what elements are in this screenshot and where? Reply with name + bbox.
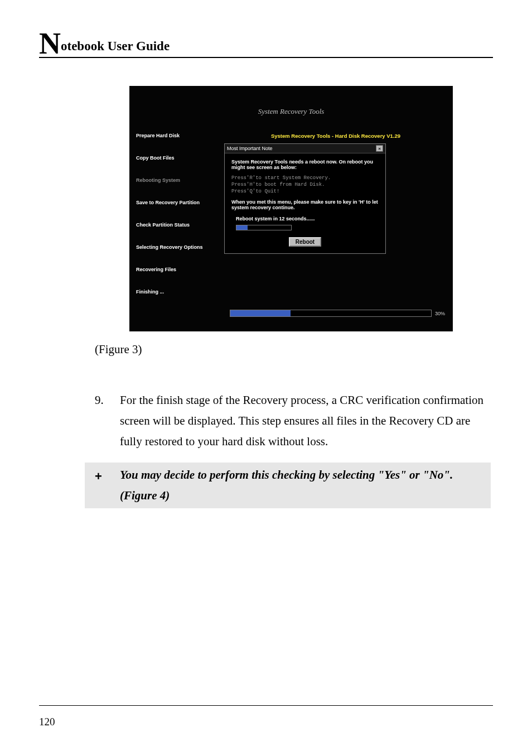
header-big-letter: N bbox=[39, 27, 61, 60]
sidebar-item: Copy Boot Files bbox=[136, 155, 224, 161]
note-block: + You may decide to perform this checkin… bbox=[85, 463, 491, 508]
note-icon: + bbox=[95, 465, 120, 506]
dialog-text-1: System Recovery Tools needs a reboot now… bbox=[231, 159, 379, 170]
sidebar-item: Rebooting System bbox=[136, 177, 224, 183]
content-area: System Recovery Tools Prepare Hard Disk … bbox=[95, 86, 487, 508]
sidebar-item: Prepare Hard Disk bbox=[136, 133, 224, 138]
app-title: System Recovery Tools bbox=[129, 86, 453, 116]
page-header: Notebook User Guide bbox=[39, 39, 493, 58]
dialog-title: Most Important Note bbox=[227, 146, 273, 151]
header-rest: otebook User Guide bbox=[61, 39, 170, 53]
dialog-countdown: Reboot system in 12 seconds...... bbox=[236, 216, 379, 221]
sidebar-item: Save to Recovery Partition bbox=[136, 200, 224, 205]
overall-progress-bar bbox=[230, 310, 432, 317]
dialog-text-2: When you met this menu, please make sure… bbox=[231, 199, 379, 210]
dialog-progress-fill bbox=[236, 225, 248, 230]
step-text: For the finish stage of the Recovery pro… bbox=[120, 390, 487, 451]
overall-progress-wrap: 30% bbox=[230, 310, 445, 317]
overall-progress-label: 30% bbox=[435, 311, 445, 316]
recovery-main: System Recovery Tools - Hard Disk Recove… bbox=[224, 133, 453, 311]
recovery-main-title: System Recovery Tools - Hard Disk Recove… bbox=[224, 133, 447, 139]
close-icon[interactable]: × bbox=[376, 145, 383, 152]
page-footer: 120 bbox=[39, 705, 493, 728]
sidebar-item: Selecting Recovery Options bbox=[136, 244, 224, 250]
note-text: You may decide to perform this checking … bbox=[120, 465, 487, 506]
recovery-sidebar: Prepare Hard Disk Copy Boot Files Reboot… bbox=[129, 133, 224, 311]
dialog-titlebar: Most Important Note × bbox=[225, 144, 385, 153]
reboot-dialog: Most Important Note × System Recovery To… bbox=[224, 143, 386, 254]
overall-progress-fill bbox=[230, 310, 291, 316]
reboot-button[interactable]: Reboot bbox=[289, 237, 321, 247]
dialog-console-text: Press'R'to start System Recovery. Press'… bbox=[231, 175, 379, 195]
page-number: 120 bbox=[39, 716, 55, 728]
sidebar-item: Check Partition Status bbox=[136, 222, 224, 228]
sidebar-item: Recovering Files bbox=[136, 267, 224, 272]
step-item: 9. For the finish stage of the Recovery … bbox=[95, 390, 487, 451]
dialog-progress-bar bbox=[236, 225, 292, 230]
step-number: 9. bbox=[95, 390, 120, 451]
figure-caption: (Figure 3) bbox=[95, 343, 487, 357]
sidebar-item: Finishing ... bbox=[136, 289, 224, 295]
figure-screenshot: System Recovery Tools Prepare Hard Disk … bbox=[129, 86, 453, 331]
